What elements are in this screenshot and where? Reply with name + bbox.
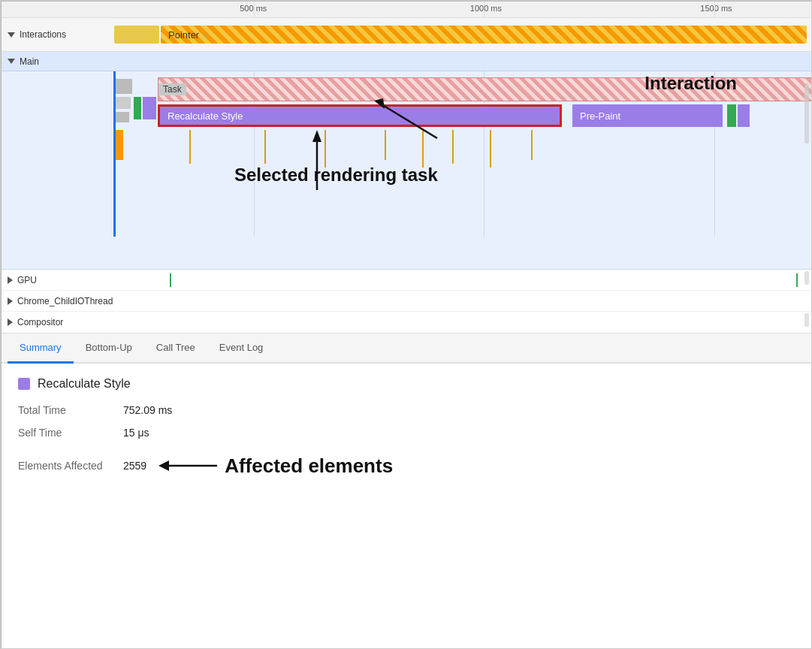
blue-border-line bbox=[113, 71, 116, 237]
gpu-row: GPU bbox=[2, 270, 812, 291]
gpu-scrollbar bbox=[804, 271, 809, 285]
main-header: Main bbox=[2, 52, 812, 71]
small-gray-block-2 bbox=[116, 97, 131, 109]
chrome-childio-track bbox=[114, 291, 812, 311]
tab-summary[interactable]: Summary bbox=[8, 334, 74, 364]
tick-1 bbox=[189, 130, 191, 164]
total-time-row: Total Time 752.09 ms bbox=[18, 404, 795, 416]
tab-bottom-up[interactable]: Bottom-Up bbox=[74, 334, 144, 364]
gpu-label-area: GPU bbox=[2, 275, 114, 285]
chrome-childio-label-area: Chrome_ChildIOThread bbox=[2, 296, 114, 306]
small-gray-block-3 bbox=[116, 112, 129, 122]
pointer-yellow-block bbox=[114, 26, 159, 44]
compositor-row: Compositor bbox=[2, 312, 812, 333]
affected-elements-arrow bbox=[158, 452, 219, 479]
interactions-track-content: Pointer bbox=[114, 23, 812, 47]
small-green-block bbox=[134, 97, 141, 119]
compositor-triangle-icon[interactable] bbox=[8, 318, 13, 326]
tick-2 bbox=[264, 130, 266, 164]
gpu-track bbox=[114, 270, 812, 290]
app-container: 500 ms 1000 ms 1500 ms Interactions Poin… bbox=[1, 1, 812, 649]
pointer-label: Pointer bbox=[168, 29, 199, 41]
summary-title: Recalculate Style bbox=[38, 377, 131, 391]
svg-marker-3 bbox=[374, 98, 385, 109]
compositor-label: Compositor bbox=[17, 317, 63, 328]
self-time-value: 15 μs bbox=[123, 427, 149, 439]
threads-container: GPU Chrome_ChildIOThread Compositor bbox=[2, 270, 812, 334]
tab-event-log[interactable]: Event Log bbox=[207, 334, 276, 364]
ruler-mark-1000: 1000 ms bbox=[470, 4, 502, 13]
ruler-mark-1500: 1500 ms bbox=[700, 4, 732, 13]
main-label: Main bbox=[20, 56, 39, 67]
main-section: Main Task bbox=[2, 52, 812, 270]
summary-title-row: Recalculate Style bbox=[18, 377, 795, 391]
gpu-green-tick-1 bbox=[170, 273, 171, 287]
purple-color-swatch bbox=[18, 378, 30, 390]
small-orange-1 bbox=[116, 130, 123, 160]
gpu-green-tick-2 bbox=[796, 273, 798, 287]
compositor-track bbox=[114, 312, 812, 333]
small-green-right bbox=[727, 104, 736, 127]
task-gray-label: Task bbox=[158, 83, 186, 95]
chrome-childio-label: Chrome_ChildIOThread bbox=[17, 296, 113, 306]
selected-task-arrow bbox=[294, 130, 340, 190]
tab-call-tree[interactable]: Call Tree bbox=[144, 334, 207, 364]
self-time-row: Self Time 15 μs bbox=[18, 427, 795, 439]
summary-panel: Recalculate Style Total Time 752.09 ms S… bbox=[2, 364, 812, 493]
total-time-label: Total Time bbox=[18, 404, 123, 416]
recalc-label: Recalculate Style bbox=[168, 110, 243, 122]
affected-elements-annotation: Affected elements bbox=[225, 454, 393, 478]
compositor-scrollbar bbox=[804, 313, 809, 327]
tabs-bar: Summary Bottom-Up Call Tree Event Log bbox=[2, 334, 812, 364]
elements-affected-row: Elements Affected 2559 Affected elements bbox=[18, 452, 795, 479]
gpu-label: GPU bbox=[17, 275, 37, 285]
total-time-value: 752.09 ms bbox=[123, 404, 172, 416]
interaction-arrow bbox=[370, 74, 647, 149]
compositor-label-area: Compositor bbox=[2, 317, 114, 328]
triangle-down-icon bbox=[8, 32, 15, 38]
pointer-orange-bar: Pointer bbox=[161, 26, 807, 44]
interactions-label-area: Interactions bbox=[2, 29, 114, 40]
interactions-label: Interactions bbox=[20, 29, 66, 40]
interactions-track-row: Interactions Pointer bbox=[2, 18, 812, 51]
small-purple-block-left bbox=[143, 97, 156, 119]
chrome-childio-triangle-icon[interactable] bbox=[8, 297, 13, 305]
small-purple-right bbox=[738, 104, 750, 127]
svg-line-2 bbox=[382, 104, 437, 138]
svg-marker-5 bbox=[158, 460, 169, 471]
elements-affected-label: Elements Affected bbox=[18, 460, 123, 472]
small-gray-block-1 bbox=[116, 79, 132, 94]
interactions-section: 500 ms 1000 ms 1500 ms Interactions Poin… bbox=[2, 2, 812, 52]
scrollbar[interactable] bbox=[804, 83, 809, 143]
self-time-label: Self Time bbox=[18, 427, 123, 439]
gpu-triangle-icon[interactable] bbox=[8, 276, 13, 284]
interaction-label: Interaction bbox=[644, 73, 737, 94]
elements-affected-value: 2559 bbox=[123, 460, 146, 472]
ruler-row: 500 ms 1000 ms 1500 ms bbox=[2, 2, 812, 18]
chrome-childio-row: Chrome_ChildIOThread bbox=[2, 291, 812, 312]
svg-marker-1 bbox=[312, 130, 321, 142]
main-triangle-icon bbox=[8, 59, 15, 64]
